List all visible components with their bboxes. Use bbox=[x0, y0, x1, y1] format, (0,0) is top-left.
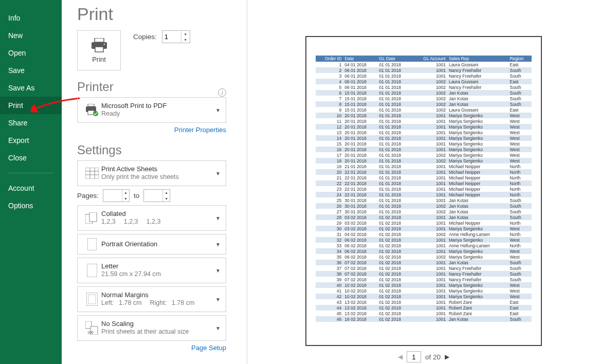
chevron-down-icon: ▼ bbox=[215, 107, 221, 113]
papersize-sub: 21.59 cm x 27.94 cm bbox=[101, 270, 215, 279]
table-row: 506 01 201801 01 20181002Nancy Freehafer… bbox=[316, 84, 532, 90]
sidebar-item-open[interactable]: Open bbox=[0, 44, 62, 62]
table-row: 3104 02 201801 02 20181002Anne Hellung-L… bbox=[316, 231, 532, 237]
printer-status-icon bbox=[83, 104, 101, 116]
sidebar-item-save[interactable]: Save bbox=[0, 62, 62, 79]
sidebar-item-options[interactable]: Options bbox=[0, 197, 62, 214]
table-row: 2903 02 201801 02 20181001Michael Neippe… bbox=[316, 220, 532, 226]
copies-spinner[interactable]: ▲▼ bbox=[162, 30, 190, 43]
sidebar-item-share[interactable]: Share bbox=[0, 114, 62, 132]
table-row: 1220 01 201801 01 20181001Mariya Sergien… bbox=[316, 124, 532, 130]
margins-icon bbox=[83, 293, 101, 306]
pages-from-spinner[interactable]: ▲▼ bbox=[103, 189, 130, 202]
pages-to-spinner[interactable]: ▲▼ bbox=[143, 189, 170, 202]
table-row: 4513 02 201801 02 20181001Robert ZareEas… bbox=[316, 311, 532, 316]
printer-section-title: Printer bbox=[77, 80, 226, 94]
table-row: 2803 02 201801 02 20181001Jan KotasSouth bbox=[316, 214, 532, 220]
table-row: 4210 02 201801 02 20181001Mariya Sergien… bbox=[316, 294, 532, 299]
current-page-input[interactable] bbox=[407, 351, 421, 362]
next-page-button[interactable]: ▶ bbox=[445, 353, 449, 360]
copies-label: Copies: bbox=[133, 33, 157, 41]
svg-text:100: 100 bbox=[87, 331, 94, 334]
chevron-down-icon: ▼ bbox=[215, 297, 221, 302]
table-row: 1420 01 201801 01 20181001Mariya Sergien… bbox=[316, 135, 532, 141]
chevron-down-icon: ▼ bbox=[215, 215, 221, 221]
page-setup-link[interactable]: Page Setup bbox=[77, 344, 226, 352]
printer-dropdown[interactable]: Microsoft Print to PDF Ready ▼ bbox=[77, 97, 226, 123]
spin-up-icon[interactable]: ▲ bbox=[181, 31, 190, 37]
print-button[interactable]: Print bbox=[77, 30, 121, 70]
sidebar-item-close[interactable]: Close bbox=[0, 149, 62, 167]
papersize-dropdown[interactable]: Letter21.59 cm x 27.94 cm ▼ bbox=[77, 258, 226, 283]
table-row: 406 01 201801 01 20181002Laura GiussaniE… bbox=[316, 79, 532, 84]
print-preview-page: Order IDDateGL DateGL AccountSales RepRe… bbox=[305, 36, 542, 346]
chevron-down-icon: ▼ bbox=[215, 171, 221, 176]
menu-separator bbox=[8, 173, 53, 173]
table-row: 1020 01 201801 01 20181001Mariya Sergien… bbox=[316, 113, 532, 118]
sidebar-item-print[interactable]: Print bbox=[0, 97, 62, 114]
table-row: 1820 01 201801 01 20181002Mariya Sergien… bbox=[316, 158, 532, 163]
collation-sub: 1,2,3 1,2,3 1,2,3 bbox=[101, 218, 215, 226]
pages-from-input[interactable] bbox=[103, 190, 122, 202]
table-row: 3607 02 201801 02 20181001Jan KotasSouth bbox=[316, 260, 532, 265]
chevron-down-icon: ▼ bbox=[215, 325, 221, 331]
table-row: 3707 02 201801 02 20181001Nancy Freehafe… bbox=[316, 265, 532, 271]
info-icon[interactable]: i bbox=[218, 88, 226, 97]
table-row: 306 01 201801 01 20181001Nancy Freehafer… bbox=[316, 73, 532, 79]
chevron-down-icon: ▼ bbox=[215, 242, 221, 247]
total-pages-label: of 20 bbox=[425, 353, 441, 361]
table-row: 615 01 201801 01 20181002Jan KotasSouth bbox=[316, 90, 532, 96]
sidebar-item-new[interactable]: New bbox=[0, 27, 62, 44]
spin-down-icon[interactable]: ▼ bbox=[181, 37, 190, 43]
table-row: 1921 01 201801 01 20181001Michael Neippe… bbox=[316, 163, 532, 169]
backstage-sidebar: InfoNewOpenSaveSave AsPrintShareExportCl… bbox=[0, 0, 62, 364]
table-row: 815 01 201801 01 20181002Jan KotasSouth bbox=[316, 101, 532, 107]
svg-rect-0 bbox=[95, 38, 104, 42]
svg-rect-14 bbox=[89, 212, 97, 222]
sheets-icon bbox=[83, 168, 101, 179]
sidebar-item-account[interactable]: Account bbox=[0, 179, 62, 197]
table-row: 2422 01 201801 01 20181001Michael Neippe… bbox=[316, 192, 532, 197]
table-row: 1620 01 201801 01 20181001Mariya Sergien… bbox=[316, 147, 532, 152]
chevron-down-icon: ▼ bbox=[215, 268, 221, 274]
copies-input[interactable] bbox=[162, 31, 181, 43]
sidebar-item-save-as[interactable]: Save As bbox=[0, 79, 62, 97]
margins-dropdown[interactable]: Normal MarginsLeft: 1.78 cm Right: 1.78 … bbox=[77, 286, 226, 312]
orientation-dropdown[interactable]: Portrait Orientation ▼ bbox=[77, 234, 226, 254]
pages-label: Pages: bbox=[77, 192, 99, 199]
sidebar-item-export[interactable]: Export bbox=[0, 132, 62, 149]
table-row: 1720 01 201801 01 20181002Mariya Sergien… bbox=[316, 152, 532, 158]
table-row: 1320 01 201801 01 20181001Mariya Sergien… bbox=[316, 130, 532, 135]
table-row: 1120 01 201801 01 20181001Mariya Sergien… bbox=[316, 118, 532, 124]
preview-table: Order IDDateGL DateGL AccountSales RepRe… bbox=[316, 56, 532, 322]
pages-to-input[interactable] bbox=[144, 190, 162, 202]
sidebar-item-info[interactable]: Info bbox=[0, 9, 62, 27]
table-row: 3306 02 201801 02 20181001Anne Hellung-L… bbox=[316, 243, 532, 248]
print-what-dropdown[interactable]: Print Active SheetsOnly print the active… bbox=[77, 160, 226, 186]
table-row: 2322 01 201801 01 20181001Michael Neippe… bbox=[316, 186, 532, 192]
table-row: 2022 01 201801 01 20181001Michael Neippe… bbox=[316, 169, 532, 175]
scaling-dropdown[interactable]: 100 No ScalingPrint sheets at their actu… bbox=[77, 315, 226, 341]
table-row: 3807 02 201801 02 20181001Nancy Freehafe… bbox=[316, 271, 532, 277]
prev-page-button[interactable]: ◀ bbox=[398, 353, 403, 360]
collation-title: Collated bbox=[101, 210, 215, 218]
table-row: 206 01 201801 01 20181001Nancy Freehafer… bbox=[316, 67, 532, 73]
scaling-sub: Print sheets at their actual size bbox=[101, 328, 215, 336]
margins-title: Normal Margins bbox=[101, 291, 215, 299]
table-row: 4110 02 201801 02 20181001Mariya Sergien… bbox=[316, 288, 532, 294]
table-row: 2222 01 201801 01 20181001Michael Neippe… bbox=[316, 180, 532, 186]
print-button-label: Print bbox=[92, 56, 106, 63]
svg-rect-8 bbox=[85, 168, 99, 179]
svg-rect-5 bbox=[88, 104, 94, 106]
svg-point-3 bbox=[103, 43, 105, 45]
collation-dropdown[interactable]: Collated1,2,3 1,2,3 1,2,3 ▼ bbox=[77, 205, 226, 231]
page-icon bbox=[83, 264, 101, 277]
table-row: 2122 01 201801 01 20181001Michael Neippe… bbox=[316, 175, 532, 180]
table-row: 4010 02 201801 02 20181001Mariya Sergien… bbox=[316, 282, 532, 288]
table-row: 2630 01 201801 01 20181002Jan KotasSouth bbox=[316, 203, 532, 209]
pages-to-label: to bbox=[134, 192, 139, 199]
table-row: 3206 02 201801 02 20181001Mariya Sergien… bbox=[316, 237, 532, 243]
settings-section-title: Settings bbox=[77, 143, 226, 157]
table-row: 4616 02 201801 02 20181001Jan KotasSouth bbox=[316, 316, 532, 322]
printer-properties-link[interactable]: Printer Properties bbox=[77, 126, 226, 134]
